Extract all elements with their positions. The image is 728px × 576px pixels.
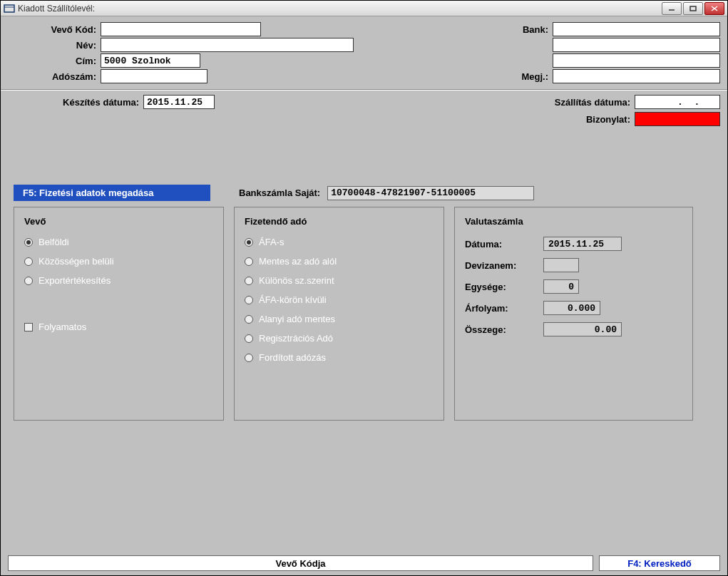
radio-icon [24, 277, 33, 285]
bankszamla-field[interactable] [327, 186, 534, 200]
nev-field[interactable] [101, 38, 354, 52]
valuta-osszege-field[interactable] [543, 322, 622, 336]
bank-field-1[interactable] [553, 22, 720, 36]
label-cim: Cím: [8, 56, 101, 66]
checkbox-icon [24, 323, 33, 331]
radio-label: Belföldi [39, 237, 69, 247]
date-row: Készítés dátuma: Szállítás dátuma: [1, 92, 727, 110]
panel-ado-title: Fizetendő adó [245, 216, 434, 227]
label-bank: Bank: [467, 24, 553, 35]
radio-forditott[interactable]: Fordított adózás [245, 352, 434, 363]
radio-icon [245, 354, 253, 362]
panel-vevo-title: Vevő [24, 216, 213, 227]
label-nev: Név: [8, 40, 101, 51]
footer-vevo-kodja-button[interactable]: Vevő Kódja [8, 555, 593, 571]
content-area: Vevő Kód: Bank: Név: [1, 16, 727, 575]
keszites-field[interactable] [143, 95, 215, 109]
radio-regisztracio[interactable]: Regisztrációs Adó [245, 333, 434, 344]
cim-field[interactable] [101, 53, 200, 68]
radio-icon [245, 257, 253, 266]
panels: Vevő Belföldi Közösségen belüli Exportér… [14, 207, 714, 421]
app-icon [4, 3, 15, 14]
checkbox-label: Folyamatos [39, 322, 86, 332]
radio-mentes[interactable]: Mentes az adó alól [245, 256, 434, 267]
maximize-button[interactable] [683, 2, 703, 15]
label-devizanem: Devizanem: [465, 260, 543, 271]
label-egysege: Egysége: [465, 282, 543, 292]
radio-label: Alanyi adó mentes [259, 314, 335, 324]
bank-field-3[interactable] [553, 53, 720, 68]
radio-label: ÁFA-körön kívüli [259, 294, 327, 305]
label-arfolyam: Árfolyam: [465, 303, 543, 314]
radio-belfoldi[interactable]: Belföldi [24, 237, 213, 247]
valuta-arfolyam-field[interactable] [543, 301, 600, 315]
close-button[interactable] [704, 2, 724, 15]
radio-label: Fordított adózás [259, 352, 326, 363]
bizonylat-field[interactable] [635, 112, 720, 126]
minimize-button[interactable] [662, 2, 682, 15]
label-osszege: Összege: [465, 324, 543, 335]
titlebar: Kiadott Szállítólevél: [1, 1, 727, 16]
valuta-datuma-field[interactable] [543, 237, 622, 251]
radio-export[interactable]: Exportértékesítés [24, 275, 213, 286]
bank-field-2[interactable] [553, 38, 720, 52]
adoszam-field[interactable] [101, 69, 207, 83]
checkbox-folyamatos[interactable]: Folyamatos [24, 322, 213, 332]
window-title: Kiadott Szállítólevél: [18, 4, 95, 14]
radio-icon [245, 277, 253, 285]
megj-field[interactable] [553, 69, 720, 83]
panel-valuta-title: Valutaszámla [465, 216, 682, 227]
radio-icon [245, 315, 253, 324]
radio-icon [24, 257, 33, 266]
radio-label: ÁFA-s [259, 237, 284, 247]
radio-label: Exportértékesítés [39, 275, 111, 286]
label-megj: Megj.: [467, 71, 553, 82]
radio-afakoron[interactable]: ÁFA-körön kívüli [245, 294, 434, 305]
footer-f4-button[interactable]: F4: Kereskedő [599, 555, 720, 571]
footer: Vevő Kódja F4: Kereskedő [1, 555, 727, 571]
label-szallitas: Szállítás dátuma: [528, 97, 635, 108]
radio-label: Mentes az adó alól [259, 256, 337, 267]
szallitas-field[interactable] [635, 95, 720, 109]
label-vevo-kod: Vevő Kód: [8, 24, 101, 35]
panel-valuta: Valutaszámla Dátuma: Devizanem: Egysége: [454, 207, 693, 421]
label-adoszam: Adószám: [8, 71, 101, 82]
vevo-kod-field[interactable] [101, 22, 261, 36]
radio-label: Különös sz.szerint [259, 275, 334, 286]
radio-alanyi[interactable]: Alanyi adó mentes [245, 314, 434, 324]
label-datuma: Dátuma: [465, 239, 543, 250]
tab-area: F5: Fizetési adatok megadása Bankszámla … [14, 185, 714, 421]
radio-icon [245, 334, 253, 343]
tab-header: F5: Fizetési adatok megadása Bankszámla … [14, 185, 714, 201]
app-window: Kiadott Szállítólevél: Vevő Kód: Bank: [0, 0, 728, 576]
window-controls [662, 2, 724, 15]
label-keszites: Készítés dátuma: [8, 97, 143, 108]
radio-label: Regisztrációs Adó [259, 333, 333, 344]
valuta-devizanem-field[interactable] [543, 258, 579, 272]
radio-afas[interactable]: ÁFA-s [245, 237, 434, 247]
tab-f5-fizetesi[interactable]: F5: Fizetési adatok megadása [14, 185, 210, 201]
radio-kulonos[interactable]: Különös sz.szerint [245, 275, 434, 286]
svg-rect-3 [690, 6, 696, 11]
label-bankszamla: Bankszámla Saját: [239, 187, 324, 198]
svg-rect-0 [4, 5, 14, 12]
panel-ado: Fizetendő adó ÁFA-s Mentes az adó alól K… [234, 207, 444, 421]
label-bizonylat: Bizonylat: [528, 114, 635, 125]
panel-vevo: Vevő Belföldi Közösségen belüli Exportér… [14, 207, 224, 421]
radio-kozossegen[interactable]: Közösségen belüli [24, 256, 213, 267]
valuta-egysege-field[interactable] [543, 279, 579, 294]
bank-account-row: Bankszámla Saját: [239, 186, 534, 200]
header-form: Vevő Kód: Bank: Név: [1, 16, 727, 88]
radio-label: Közösségen belüli [39, 256, 114, 267]
divider [1, 89, 727, 91]
radio-icon [24, 238, 33, 247]
radio-icon [245, 238, 253, 247]
radio-icon [245, 296, 253, 304]
